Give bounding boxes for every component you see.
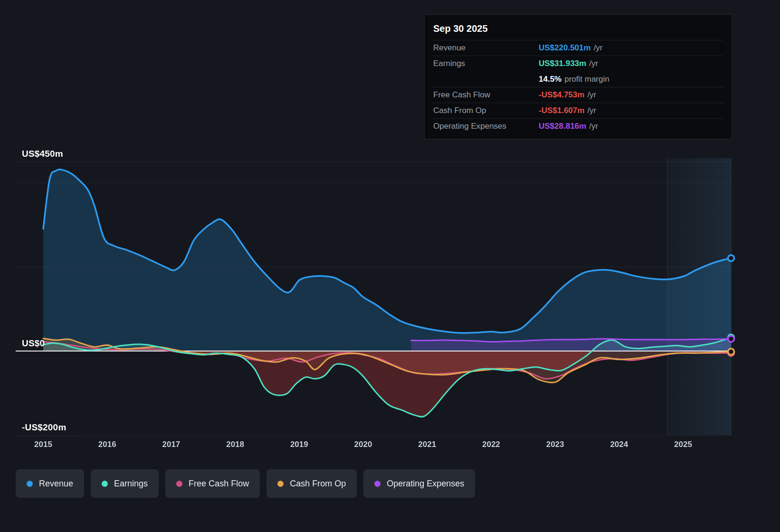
x-axis-label-2015: 2015 [34,440,52,449]
free-cash-flow-dot-icon [176,481,182,487]
tooltip-value: US$31.933m [539,59,586,68]
revenue-dot-icon [27,481,33,487]
legend-label: Cash From Op [290,479,346,489]
legend-label: Free Cash Flow [189,479,249,489]
tooltip-row-free-cash-flow: Free Cash Flow -US$4.753m /yr [432,87,724,103]
x-axis-label-2018: 2018 [226,440,244,449]
tooltip-suffix: /yr [587,90,596,100]
tooltip-value: US$28.816m [539,122,586,131]
tooltip-row-cash-from-op: Cash From Op -US$1.607m /yr [432,103,724,118]
tooltip-value: -US$1.607m [539,106,584,115]
tooltip-suffix: /yr [589,122,598,131]
operating-expenses-dot-icon [374,481,380,487]
tooltip-value: -US$4.753m [539,90,584,100]
x-axis-label-2016: 2016 [98,440,116,449]
tooltip-label: Cash From Op [433,106,539,115]
financial-history-chart-page: US$450m US$0 -US$200m 2015 2016 2017 201… [0,0,780,532]
tooltip-suffix: /yr [587,106,596,115]
chart-legend: Revenue Earnings Free Cash Flow Cash Fro… [16,469,475,498]
tooltip-label: Revenue [433,43,539,53]
x-axis-label-2019: 2019 [290,440,308,449]
x-axis-label-2023: 2023 [546,440,564,449]
legend-item-earnings[interactable]: Earnings [91,469,159,498]
x-axis-label-2017: 2017 [162,440,180,449]
y-axis-label-450: US$450m [22,149,63,159]
x-axis-label-2022: 2022 [482,440,500,449]
tooltip-suffix: profit margin [564,75,609,84]
tooltip-row-revenue: Revenue US$220.501m /yr [432,40,724,56]
x-axis-label-2024: 2024 [610,440,628,449]
tooltip-row-operating-expenses: Operating Expenses US$28.816m /yr [432,118,724,134]
x-axis-label-2020: 2020 [354,440,372,449]
legend-label: Revenue [39,479,73,489]
legend-item-revenue[interactable]: Revenue [16,469,84,498]
legend-label: Earnings [114,479,148,489]
tooltip-label: Operating Expenses [433,122,539,131]
tooltip-row-profit-margin: 14.5% profit margin [432,71,724,87]
legend-item-free-cash-flow[interactable]: Free Cash Flow [165,469,260,498]
cash-from-op-dot-icon [277,481,284,487]
tooltip-label: Free Cash Flow [433,90,539,100]
earnings-dot-icon [102,481,108,487]
legend-label: Operating Expenses [387,479,464,489]
legend-item-operating-expenses[interactable]: Operating Expenses [363,469,475,498]
x-axis-label-2025: 2025 [674,440,692,449]
tooltip-suffix: /yr [589,59,598,68]
tooltip-suffix: /yr [594,43,603,53]
y-axis-label-neg200: -US$200m [22,422,66,433]
tooltip-label: Earnings [433,59,539,68]
y-axis-label-0: US$0 [22,338,45,349]
legend-item-cash-from-op[interactable]: Cash From Op [266,469,357,498]
x-axis-label-2021: 2021 [418,440,436,449]
chart-tooltip: Sep 30 2025 Revenue US$220.501m /yr Earn… [424,14,732,139]
tooltip-row-earnings: Earnings US$31.933m /yr [432,56,724,71]
tooltip-value: US$220.501m [539,43,591,53]
tooltip-value: 14.5% [539,75,561,84]
tooltip-date: Sep 30 2025 [432,19,724,40]
